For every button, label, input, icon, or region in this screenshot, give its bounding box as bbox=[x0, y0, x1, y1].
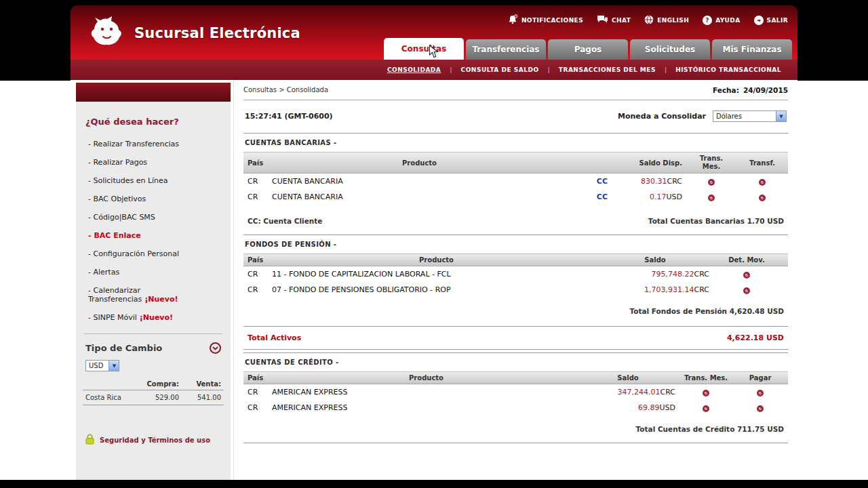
dropdown-arrow-icon bbox=[108, 361, 119, 371]
detail-movements-button[interactable] bbox=[743, 272, 750, 279]
chat-link[interactable]: CHAT bbox=[597, 15, 631, 25]
col-header-trans-mes: Trans. Mes. bbox=[675, 374, 736, 382]
bank-table-header: País Producto Saldo Disp. Trans. Mes. Tr… bbox=[243, 152, 788, 174]
subnav-transacciones-del-mes[interactable]: TRANSACCIONES DEL MES bbox=[559, 66, 656, 73]
page: Sucursal Electrónica NOTIFICACIONES bbox=[71, 5, 797, 480]
help-icon bbox=[703, 16, 712, 25]
help-link[interactable]: AYUDA bbox=[703, 16, 740, 25]
credit-table-header: País Producto Saldo Trans. Mes. Pagar bbox=[243, 371, 788, 384]
tab-consultas[interactable]: Consultas bbox=[384, 38, 464, 60]
country-cell: CR bbox=[248, 192, 272, 201]
next-section-divider bbox=[243, 443, 788, 447]
sub-nav: CONSOLIDADA | CONSULTA DE SALDO | TRANSA… bbox=[71, 60, 797, 80]
cc-legend: CC: Cuenta Cliente bbox=[248, 217, 322, 225]
sidebar-item-codigo-bac-sms[interactable]: - Código|BAC SMS bbox=[83, 208, 224, 226]
account-type-link[interactable]: CC bbox=[597, 192, 608, 201]
product-cell: 11 - FONDO DE CAPITALIZACION LABORAL - F… bbox=[272, 270, 601, 279]
session-time: 15:27:41 (GMT-0600) bbox=[245, 112, 333, 121]
sidebar-item-realizar-pagos[interactable]: - Realizar Pagos bbox=[83, 153, 224, 171]
tab-pagos[interactable]: Pagos bbox=[548, 39, 628, 60]
country-cell: CR bbox=[248, 403, 272, 412]
total-assets-label: Total Activos bbox=[248, 333, 301, 342]
sidebar-item-bac-enlace[interactable]: - BAC Enlace bbox=[83, 226, 224, 245]
sidebar-item-bac-objetivos[interactable]: - BAC Objetivos bbox=[83, 190, 224, 208]
exchange-row: Costa Rica 529.00 541.00 bbox=[83, 390, 224, 405]
sell-column-header: Venta: bbox=[179, 380, 221, 388]
balance-cell: 795,748.22CRC bbox=[601, 270, 709, 279]
balance-cell: 347,244.01CRC bbox=[580, 388, 675, 396]
col-header-saldo: Saldo bbox=[580, 374, 675, 382]
section-title-cuentas-credito: CUENTAS DE CRÉDITO - bbox=[243, 352, 788, 371]
pension-table-header: País Producto Saldo Det. Mov. bbox=[243, 253, 788, 266]
mouse-cursor bbox=[429, 45, 438, 61]
trans-mes-button[interactable] bbox=[708, 179, 715, 186]
tab-solicitudes[interactable]: Solicitudes bbox=[630, 39, 710, 60]
trans-mes-button[interactable] bbox=[703, 390, 709, 396]
transfer-button[interactable] bbox=[759, 179, 766, 186]
subnav-consulta-de-saldo[interactable]: CONSULTA DE SALDO bbox=[461, 66, 539, 73]
app-title: Sucursal Electrónica bbox=[134, 25, 300, 41]
product-cell: AMERICAN EXPRESS bbox=[272, 403, 580, 412]
main-content: Consultas > Consolidada Fecha:24/09/2015… bbox=[233, 80, 797, 480]
sidebar-item-sinpe-movil[interactable]: - SINPE Móvil¡Nuevo! bbox=[83, 308, 224, 327]
consolidate-currency-label: Moneda a Consolidar bbox=[618, 112, 706, 121]
tab-transferencias[interactable]: Transferencias bbox=[466, 39, 546, 60]
separator: | bbox=[450, 66, 452, 73]
subnav-consolidada[interactable]: CONSOLIDADA bbox=[387, 66, 441, 73]
balance-cell: 830.31CRC bbox=[608, 177, 682, 186]
product-cell: AMERICAN EXPRESS bbox=[272, 388, 580, 396]
sidebar-panel: ¿Qué desea hacer? - Realizar Transferenc… bbox=[76, 102, 231, 480]
col-header-det-mov: Det. Mov. bbox=[709, 256, 784, 264]
security-terms-link[interactable]: Seguridad y Términos de uso bbox=[83, 434, 224, 446]
col-header-saldo-disp: Saldo Disp. bbox=[608, 159, 682, 167]
brand: Sucursal Electrónica bbox=[88, 16, 300, 50]
app-header: Sucursal Electrónica NOTIFICACIONES bbox=[71, 5, 797, 60]
sidebar: ¿Qué desea hacer? - Realizar Transferenc… bbox=[71, 80, 233, 480]
pay-button[interactable] bbox=[757, 390, 764, 396]
exit-icon bbox=[754, 16, 764, 25]
col-header-pais: País bbox=[248, 159, 272, 167]
detail-movements-button[interactable] bbox=[743, 287, 750, 294]
subnav-historico-transaccional[interactable]: HISTÓRICO TRANSACCIONAL bbox=[675, 66, 781, 73]
section-title-fondos-pension: FONDOS DE PENSIÓN - bbox=[243, 235, 788, 253]
credit-row: CR AMERICAN EXPRESS 69.89USD bbox=[243, 400, 788, 415]
logout-link[interactable]: SALIR bbox=[754, 16, 788, 25]
new-badge: ¡Nuevo! bbox=[140, 313, 173, 322]
sidebar-item-configuracion-personal[interactable]: - Configuración Personal bbox=[83, 245, 224, 263]
sidebar-item-alertas[interactable]: - Alertas bbox=[83, 263, 224, 281]
balance-cell: 1,703,931.14CRC bbox=[601, 285, 709, 294]
breadcrumb[interactable]: Consultas > Consolidada bbox=[243, 86, 328, 94]
new-badge: ¡Nuevo! bbox=[144, 295, 178, 304]
trans-mes-button[interactable] bbox=[703, 405, 709, 412]
section-title-cuentas-bancarias: CUENTAS BANCARIAS - bbox=[243, 133, 788, 152]
pay-button[interactable] bbox=[757, 405, 764, 412]
total-assets-value: 4,622.18 USD bbox=[727, 333, 784, 342]
bank-footer: CC: Cuenta Cliente Total Cuentas Bancari… bbox=[243, 214, 788, 232]
separator: | bbox=[665, 66, 667, 73]
exchange-currency-select[interactable]: USD bbox=[85, 360, 119, 371]
sidebar-item-calendarizar-transferencias[interactable]: - Calendarizar Transferencias¡Nuevo! bbox=[83, 281, 224, 308]
chevron-down-icon[interactable] bbox=[210, 342, 221, 354]
notifications-link[interactable]: NOTIFICACIONES bbox=[508, 14, 583, 26]
bank-row: CR CUENTA BANCARIA CC 0.17USD bbox=[243, 189, 788, 205]
consolidate-currency-select[interactable]: Dólares bbox=[713, 110, 787, 122]
col-header-trans-mes: Trans. Mes. bbox=[682, 155, 741, 171]
tab-mis-finanzas[interactable]: Mis Finanzas bbox=[712, 39, 792, 60]
lock-icon bbox=[85, 434, 94, 446]
globe-icon bbox=[644, 15, 654, 26]
trans-mes-button[interactable] bbox=[708, 195, 715, 201]
col-header-pais: País bbox=[248, 256, 272, 264]
country-cell: CR bbox=[248, 270, 272, 279]
sidebar-item-solicitudes-en-linea[interactable]: - Solicitudes en Línea bbox=[83, 171, 224, 190]
sell-rate: 541.00 bbox=[179, 394, 221, 401]
pension-row: CR 11 - FONDO DE CAPITALIZACION LABORAL … bbox=[243, 266, 788, 282]
language-link[interactable]: ENGLISH bbox=[644, 15, 689, 26]
col-header-producto: Producto bbox=[272, 256, 601, 264]
letterbox-bottom bbox=[0, 480, 868, 488]
transfer-button[interactable] bbox=[759, 195, 766, 201]
account-type-link[interactable]: CC bbox=[597, 177, 608, 186]
sidebar-heading: ¿Qué desea hacer? bbox=[85, 117, 224, 127]
country-cell: CR bbox=[248, 285, 272, 294]
country-cell: CR bbox=[248, 388, 272, 396]
sidebar-item-realizar-transferencias[interactable]: - Realizar Transferencias bbox=[83, 135, 224, 153]
